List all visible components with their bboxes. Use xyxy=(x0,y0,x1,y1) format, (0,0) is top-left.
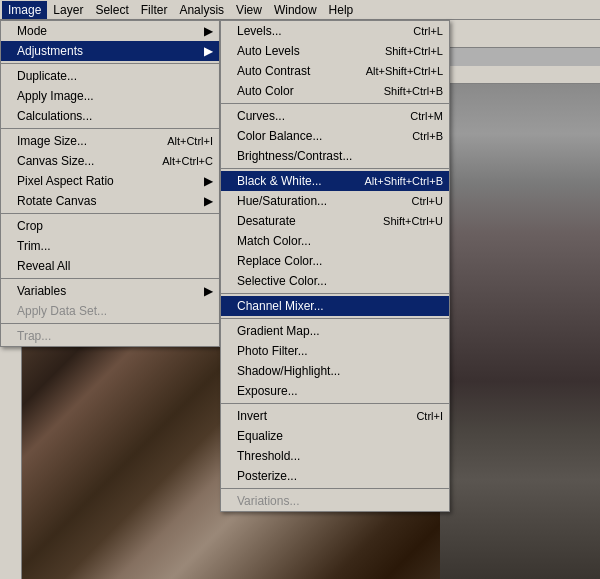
menu-item-trim[interactable]: Trim... xyxy=(1,236,219,256)
adj-separator-2 xyxy=(221,168,449,169)
menu-item-pixel-aspect[interactable]: Pixel Aspect Ratio ▶ xyxy=(1,171,219,191)
adj-auto-color[interactable]: Auto Color Shift+Ctrl+B xyxy=(221,81,449,101)
adj-separator-4 xyxy=(221,318,449,319)
adj-color-balance[interactable]: Color Balance... Ctrl+B xyxy=(221,126,449,146)
menu-item-canvas-size[interactable]: Canvas Size... Alt+Ctrl+C xyxy=(1,151,219,171)
separator-3 xyxy=(1,213,219,214)
adj-variations[interactable]: Variations... xyxy=(221,491,449,511)
adj-separator-1 xyxy=(221,103,449,104)
separator-5 xyxy=(1,323,219,324)
menu-help[interactable]: Help xyxy=(323,1,360,19)
menu-item-apply-image[interactable]: Apply Image... xyxy=(1,86,219,106)
image-menu-dropdown: Mode ▶ Adjustments ▶ Duplicate... Apply … xyxy=(0,20,220,347)
arrow-icon-rotate: ▶ xyxy=(204,194,213,208)
adj-posterize[interactable]: Posterize... xyxy=(221,466,449,486)
adj-equalize[interactable]: Equalize xyxy=(221,426,449,446)
adj-photo-filter[interactable]: Photo Filter... xyxy=(221,341,449,361)
adj-levels[interactable]: Levels... Ctrl+L xyxy=(221,21,449,41)
adj-shadow-highlight[interactable]: Shadow/Highlight... xyxy=(221,361,449,381)
adj-separator-5 xyxy=(221,403,449,404)
adj-separator-3 xyxy=(221,293,449,294)
arrow-icon-pixel: ▶ xyxy=(204,174,213,188)
menu-image[interactable]: Image xyxy=(2,1,47,19)
menu-item-duplicate[interactable]: Duplicate... xyxy=(1,66,219,86)
menu-item-adjustments[interactable]: Adjustments ▶ xyxy=(1,41,219,61)
separator-2 xyxy=(1,128,219,129)
adj-curves[interactable]: Curves... Ctrl+M xyxy=(221,106,449,126)
menu-window[interactable]: Window xyxy=(268,1,323,19)
menu-item-calculations[interactable]: Calculations... xyxy=(1,106,219,126)
adj-match-color[interactable]: Match Color... xyxy=(221,231,449,251)
adj-gradient-map[interactable]: Gradient Map... xyxy=(221,321,449,341)
adj-black-white[interactable]: Black & White... Alt+Shift+Ctrl+B xyxy=(221,171,449,191)
adj-auto-contrast[interactable]: Auto Contrast Alt+Shift+Ctrl+L xyxy=(221,61,449,81)
adj-exposure[interactable]: Exposure... xyxy=(221,381,449,401)
menu-analysis[interactable]: Analysis xyxy=(173,1,230,19)
menu-item-rotate-canvas[interactable]: Rotate Canvas ▶ xyxy=(1,191,219,211)
menu-item-trap[interactable]: Trap... xyxy=(1,326,219,346)
adj-brightness-contrast[interactable]: Brightness/Contrast... xyxy=(221,146,449,166)
arrow-icon: ▶ xyxy=(204,24,213,38)
adj-auto-levels[interactable]: Auto Levels Shift+Ctrl+L xyxy=(221,41,449,61)
menu-filter[interactable]: Filter xyxy=(135,1,174,19)
menu-bar: Image Layer Select Filter Analysis View … xyxy=(0,0,600,20)
menu-item-crop[interactable]: Crop xyxy=(1,216,219,236)
cliff-texture xyxy=(440,84,600,579)
adj-separator-6 xyxy=(221,488,449,489)
arrow-icon-variables: ▶ xyxy=(204,284,213,298)
adj-invert[interactable]: Invert Ctrl+I xyxy=(221,406,449,426)
separator-1 xyxy=(1,63,219,64)
menu-item-apply-dataset[interactable]: Apply Data Set... xyxy=(1,301,219,321)
adj-selective-color[interactable]: Selective Color... xyxy=(221,271,449,291)
menu-view[interactable]: View xyxy=(230,1,268,19)
menu-select[interactable]: Select xyxy=(89,1,134,19)
adj-channel-mixer[interactable]: Channel Mixer... xyxy=(221,296,449,316)
arrow-icon-adjustments: ▶ xyxy=(204,44,213,58)
adj-threshold[interactable]: Threshold... xyxy=(221,446,449,466)
menu-item-variables[interactable]: Variables ▶ xyxy=(1,281,219,301)
menu-item-reveal-all[interactable]: Reveal All xyxy=(1,256,219,276)
adj-desaturate[interactable]: Desaturate Shift+Ctrl+U xyxy=(221,211,449,231)
separator-4 xyxy=(1,278,219,279)
menu-item-image-size[interactable]: Image Size... Alt+Ctrl+I xyxy=(1,131,219,151)
menu-layer[interactable]: Layer xyxy=(47,1,89,19)
adj-replace-color[interactable]: Replace Color... xyxy=(221,251,449,271)
adj-hue-saturation[interactable]: Hue/Saturation... Ctrl+U xyxy=(221,191,449,211)
adjustments-submenu: Levels... Ctrl+L Auto Levels Shift+Ctrl+… xyxy=(220,20,450,512)
menu-item-mode[interactable]: Mode ▶ xyxy=(1,21,219,41)
